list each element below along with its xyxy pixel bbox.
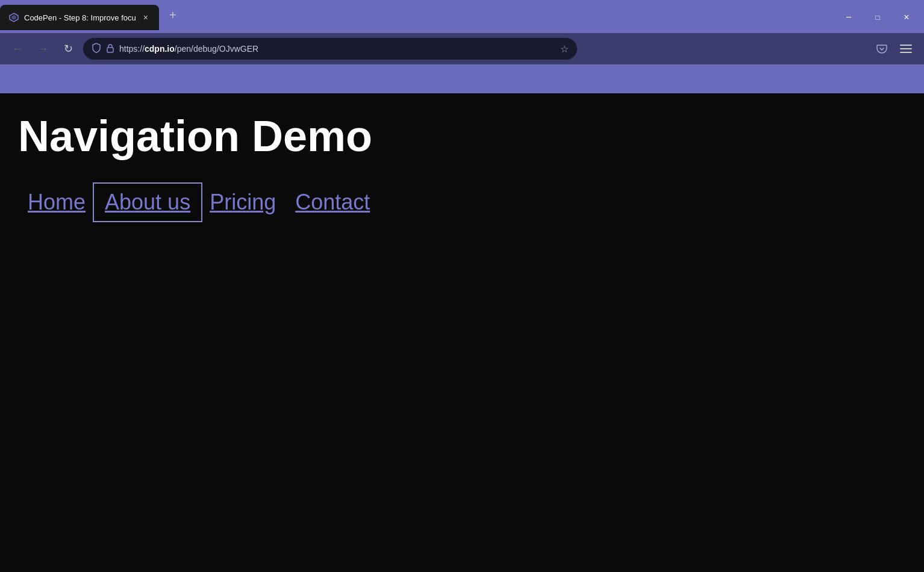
lock-icon — [106, 43, 114, 55]
active-tab[interactable]: CodePen - Step 8: Improve focu × — [0, 5, 159, 30]
tab-title: CodePen - Step 8: Improve focu — [24, 13, 136, 22]
back-button[interactable]: ← — [7, 39, 28, 59]
new-tab-button[interactable]: + — [163, 5, 183, 25]
pocket-icon[interactable] — [871, 38, 893, 60]
shield-icon — [92, 43, 101, 55]
minimize-button[interactable]: − — [835, 7, 863, 28]
bookmark-icon[interactable]: ☆ — [560, 43, 569, 55]
tab-bar: CodePen - Step 8: Improve focu × + − □ × — [0, 0, 924, 33]
page-title: Navigation Demo — [18, 111, 906, 161]
webpage-content: Navigation Demo Home About us Pricing Co… — [0, 93, 924, 572]
maximize-button[interactable]: □ — [864, 7, 891, 28]
url-text: https://cdpn.io/pen/debug/OJvwGER — [119, 44, 555, 54]
menu-icon[interactable] — [895, 38, 917, 60]
address-bar[interactable]: https://cdpn.io/pen/debug/OJvwGER ☆ — [83, 38, 577, 60]
nav-link-about[interactable]: About us — [95, 185, 200, 220]
nav-link-home[interactable]: Home — [18, 185, 95, 220]
address-bar-row: ← → ↻ https://cdpn.io/pen/debug/OJvwGER … — [0, 33, 924, 64]
toolbar-right — [871, 38, 917, 60]
svg-marker-1 — [11, 15, 16, 20]
tab-favicon-icon — [8, 12, 19, 23]
browser-chrome: CodePen - Step 8: Improve focu × + − □ ×… — [0, 0, 924, 93]
forward-button[interactable]: → — [33, 39, 53, 59]
navigation: Home About us Pricing Contact — [18, 185, 906, 220]
tab-close-button[interactable]: × — [141, 11, 151, 23]
close-button[interactable]: × — [893, 7, 920, 28]
svg-rect-2 — [107, 48, 113, 52]
nav-link-contact[interactable]: Contact — [286, 185, 379, 220]
refresh-button[interactable]: ↻ — [58, 39, 78, 59]
window-controls: − □ × — [835, 5, 924, 33]
nav-link-pricing[interactable]: Pricing — [200, 185, 286, 220]
